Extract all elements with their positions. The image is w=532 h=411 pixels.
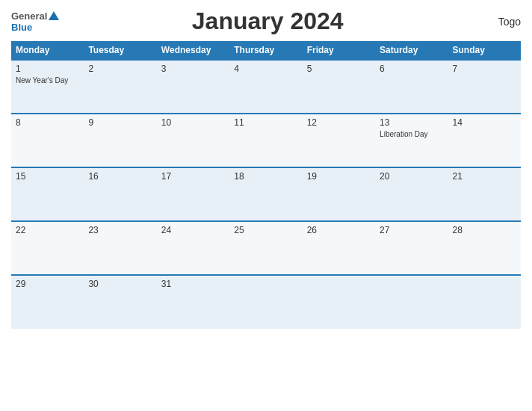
day-number: 16 [88,171,152,182]
calendar-cell: 31 [157,275,229,329]
day-number: 24 [161,225,225,235]
calendar-cell: 4 [229,60,302,114]
calendar-cell: 14 [448,114,521,167]
calendar-cell: 30 [84,275,156,329]
day-number: 8 [16,117,79,128]
day-number: 30 [88,279,152,289]
day-number: 22 [16,225,79,235]
day-number: 27 [380,225,443,235]
day-number: 18 [234,171,297,182]
calendar-cell: 1New Year's Day [11,60,84,114]
calendar-cell: 25 [229,221,302,275]
col-sunday: Sunday [448,41,521,60]
col-friday: Friday [303,41,375,60]
day-number: 13 [380,117,443,128]
calendar-week-row-3: 15161718192021 [11,167,521,221]
weekday-header-row: Monday Tuesday Wednesday Thursday Friday… [11,41,521,60]
day-number: 1 [16,64,79,74]
calendar-cell: 24 [157,221,229,275]
day-number: 26 [307,225,371,235]
holiday-label: New Year's Day [16,75,79,85]
calendar-cell: 10 [157,114,229,167]
day-number: 31 [161,279,225,289]
day-number: 3 [161,64,225,74]
calendar-cell: 7 [448,60,521,114]
col-wednesday: Wednesday [157,41,229,60]
calendar-cell: 23 [84,221,156,275]
calendar-container: General Blue January 2024 Togo Monday Tu… [0,0,532,411]
calendar-cell: 11 [229,114,302,167]
calendar-week-row-1: 1New Year's Day234567 [11,60,521,114]
day-number: 17 [161,171,225,182]
day-number: 14 [453,117,516,128]
day-number: 23 [88,225,152,235]
calendar-cell: 28 [448,221,521,275]
calendar-cell: 22 [11,221,84,275]
calendar-cell: 2 [84,60,156,114]
day-number: 7 [453,64,516,74]
logo-general-text: General [11,10,47,22]
day-number: 20 [380,171,443,182]
calendar-cell: 16 [84,167,156,221]
calendar-cell: 13Liberation Day [375,114,448,167]
calendar-cell: 29 [11,275,84,329]
day-number: 19 [307,171,371,182]
day-number: 29 [16,279,79,289]
logo-blue-text: Blue [11,22,32,33]
day-number: 2 [88,64,152,74]
calendar-week-row-4: 22232425262728 [11,221,521,275]
calendar-cell: 3 [157,60,229,114]
calendar-cell [448,275,521,329]
day-number: 10 [161,117,225,128]
calendar-cell [375,275,448,329]
calendar-cell: 15 [11,167,84,221]
calendar-week-row-2: 8910111213Liberation Day14 [11,114,521,167]
col-tuesday: Tuesday [84,41,156,60]
calendar-cell: 27 [375,221,448,275]
calendar-cell: 18 [229,167,302,221]
day-number: 28 [453,225,516,235]
day-number: 12 [307,117,371,128]
holiday-label: Liberation Day [380,129,443,139]
calendar-cell: 19 [303,167,375,221]
calendar-header: Monday Tuesday Wednesday Thursday Friday… [11,41,521,60]
header-row: General Blue January 2024 Togo [11,7,521,35]
col-saturday: Saturday [375,41,448,60]
calendar-cell: 8 [11,114,84,167]
country-label: Togo [476,16,521,28]
col-monday: Monday [11,41,84,60]
calendar-body: 1New Year's Day2345678910111213Liberatio… [11,60,521,329]
calendar-cell: 5 [303,60,375,114]
day-number: 25 [234,225,297,235]
calendar-cell: 26 [303,221,375,275]
col-thursday: Thursday [229,41,302,60]
logo-wrapper: General [11,10,59,22]
calendar-title: January 2024 [59,7,476,35]
day-number: 15 [16,171,79,182]
calendar-cell: 6 [375,60,448,114]
calendar-cell: 21 [448,167,521,221]
day-number: 6 [380,64,443,74]
day-number: 4 [234,64,297,74]
calendar-cell: 20 [375,167,448,221]
day-number: 11 [234,117,297,128]
calendar-cell: 17 [157,167,229,221]
calendar-table: Monday Tuesday Wednesday Thursday Friday… [11,41,521,329]
calendar-cell [303,275,375,329]
day-number: 5 [307,64,371,74]
calendar-cell: 12 [303,114,375,167]
day-number: 21 [453,171,516,182]
calendar-cell [229,275,302,329]
logo-area: General Blue [11,10,59,33]
logo-triangle-icon [49,11,59,20]
day-number: 9 [88,117,152,128]
calendar-cell: 9 [84,114,156,167]
calendar-week-row-5: 293031 [11,275,521,329]
